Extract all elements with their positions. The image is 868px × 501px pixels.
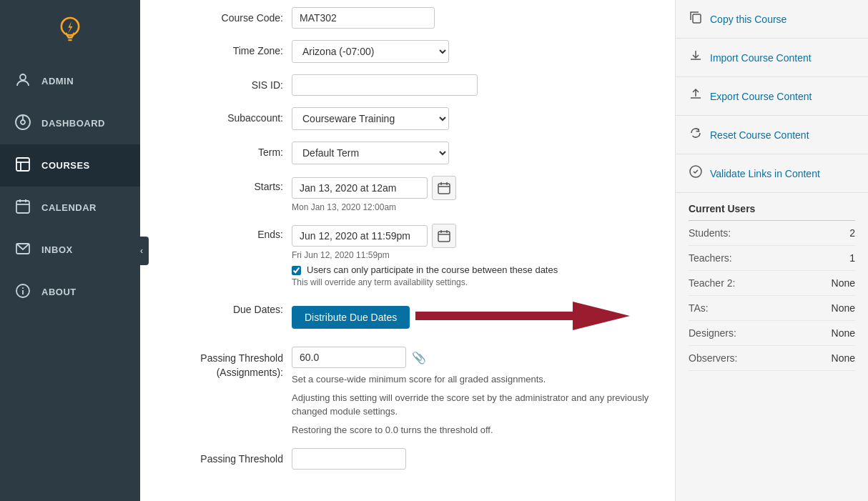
- subaccount-row: Subaccount: Courseware Training: [154, 107, 654, 130]
- due-dates-row: Due Dates: Distribute Due Dates: [154, 299, 654, 335]
- user-row: TAs: None: [689, 296, 855, 321]
- sis-id-input[interactable]: [292, 74, 478, 96]
- svg-rect-27: [693, 14, 701, 23]
- current-users-section: Current Users Students: 2 Teachers: 1 Te…: [676, 193, 868, 371]
- starts-hint: Mon Jan 13, 2020 12:00am: [292, 202, 654, 212]
- user-count: 2: [849, 227, 855, 239]
- term-field: Default Term: [292, 142, 654, 164]
- passing-threshold-label: Passing Threshold (Assignments):: [154, 347, 283, 380]
- svg-point-5: [21, 120, 25, 124]
- course-code-row: Course Code:: [154, 7, 654, 29]
- inbox-icon: [14, 240, 31, 259]
- svg-marker-26: [415, 302, 630, 330]
- sidebar-item-label: CALENDAR: [41, 202, 97, 213]
- user-row: Teacher 2: None: [689, 271, 855, 296]
- sidebar-item-label: COURSES: [41, 160, 90, 171]
- user-label: Observers:: [689, 352, 737, 364]
- info-line3: Restoring the score to 0.0 turns the thr…: [292, 423, 654, 437]
- calendar-icon: [438, 182, 450, 194]
- right-action-validate-links[interactable]: Validate Links in Content: [676, 154, 868, 193]
- distribute-due-dates-button[interactable]: Distribute Due Dates: [292, 306, 410, 329]
- sidebar-item-label: ADMIN: [41, 76, 74, 86]
- passing-threshold-input[interactable]: [292, 347, 406, 368]
- user-label: Students:: [689, 227, 731, 239]
- admin-icon: [14, 71, 31, 91]
- user-label: Teacher 2:: [689, 277, 735, 289]
- sidebar-item-courses[interactable]: COURSES: [0, 144, 140, 187]
- svg-rect-7: [16, 158, 29, 171]
- sidebar-item-label: DASHBOARD: [41, 118, 105, 129]
- passing-threshold-row2: Passing Threshold: [154, 448, 654, 470]
- participation-checkbox[interactable]: [292, 266, 301, 275]
- right-action-reset-content[interactable]: Reset Course Content: [676, 116, 868, 154]
- ends-label: Ends:: [154, 224, 283, 240]
- validate-icon: [689, 164, 703, 182]
- starts-field: Mon Jan 13, 2020 12:00am: [292, 176, 654, 212]
- ends-input[interactable]: [292, 225, 428, 247]
- dashboard-icon: [14, 114, 31, 133]
- paperclip-icon: 📎: [412, 351, 426, 364]
- starts-input[interactable]: [292, 177, 428, 199]
- right-action-copy-course[interactable]: Copy this Course: [676, 0, 868, 39]
- right-panel: Copy this Course Import Course Content E…: [675, 0, 868, 501]
- user-row: Teachers: 1: [689, 246, 855, 271]
- subaccount-select[interactable]: Courseware Training: [292, 107, 449, 130]
- course-code-field: [292, 7, 654, 29]
- starts-label: Starts:: [154, 176, 283, 192]
- sidebar-item-about[interactable]: ABOUT: [0, 271, 140, 313]
- sis-id-field: [292, 74, 654, 96]
- user-label: TAs:: [689, 302, 709, 314]
- nav-items-container: ADMIN DASHBOARD COURSES CALENDAR INBOX A…: [0, 60, 140, 313]
- courses-icon: [14, 156, 31, 175]
- sidebar-item-calendar[interactable]: CALENDAR: [0, 187, 140, 229]
- user-label: Designers:: [689, 327, 736, 339]
- user-count: None: [832, 302, 855, 314]
- sis-id-row: SIS ID:: [154, 74, 654, 96]
- right-action-import-content[interactable]: Import Course Content: [676, 39, 868, 77]
- calendar-icon: [14, 198, 31, 217]
- starts-calendar-button[interactable]: [432, 176, 456, 200]
- passing-threshold-label2: Passing Threshold: [154, 448, 283, 465]
- reset-icon: [689, 126, 703, 144]
- users-list: Students: 2 Teachers: 1 Teacher 2: None …: [689, 221, 855, 371]
- sidebar-item-inbox[interactable]: INBOX: [0, 229, 140, 271]
- user-row: Designers: None: [689, 321, 855, 346]
- right-action-label: Reset Course Content: [710, 129, 809, 141]
- term-select[interactable]: Default Term: [292, 142, 449, 164]
- import-icon: [689, 49, 703, 66]
- svg-point-3: [20, 74, 26, 80]
- sidebar-item-admin[interactable]: ADMIN: [0, 60, 140, 102]
- subaccount-label: Subaccount:: [154, 107, 283, 124]
- time-zone-row: Time Zone: Arizona (-07:00): [154, 40, 654, 63]
- arrow-indicator: [415, 299, 630, 335]
- right-action-export-content[interactable]: Export Course Content: [676, 77, 868, 116]
- right-action-label: Copy this Course: [710, 14, 786, 25]
- participation-row: Users can only participate in the course…: [292, 264, 654, 275]
- due-dates-field: Distribute Due Dates: [292, 299, 654, 335]
- sidebar: ADMIN DASHBOARD COURSES CALENDAR INBOX A…: [0, 0, 140, 501]
- term-row: Term: Default Term: [154, 142, 654, 164]
- right-action-label: Import Course Content: [710, 52, 812, 64]
- svg-rect-22: [438, 232, 450, 242]
- ends-calendar-button[interactable]: [432, 224, 456, 248]
- right-actions: Copy this Course Import Course Content E…: [676, 0, 868, 193]
- starts-row: Starts: Mon Jan 13, 2020 12:00am: [154, 176, 654, 212]
- subaccount-field: Courseware Training: [292, 107, 654, 130]
- right-action-label: Validate Links in Content: [710, 168, 820, 179]
- svg-point-17: [22, 287, 24, 289]
- course-code-input[interactable]: [292, 7, 435, 29]
- time-zone-select[interactable]: Arizona (-07:00): [292, 40, 449, 63]
- about-icon: [14, 282, 31, 302]
- info-line2: Adjusting this setting will override the…: [292, 391, 654, 419]
- passing-threshold-input2[interactable]: [292, 448, 406, 470]
- course-code-label: Course Code:: [154, 7, 283, 24]
- user-count: None: [832, 352, 855, 364]
- passing-threshold-field: 📎 Set a course-wide minimum score for al…: [292, 347, 654, 437]
- sidebar-item-dashboard[interactable]: DASHBOARD: [0, 102, 140, 144]
- logo-area: [0, 0, 140, 60]
- passing-threshold-field2: [292, 448, 654, 470]
- export-icon: [689, 87, 703, 105]
- time-zone-label: Time Zone:: [154, 40, 283, 56]
- copy-icon: [689, 10, 703, 28]
- sidebar-collapse-button[interactable]: ‹: [134, 237, 149, 265]
